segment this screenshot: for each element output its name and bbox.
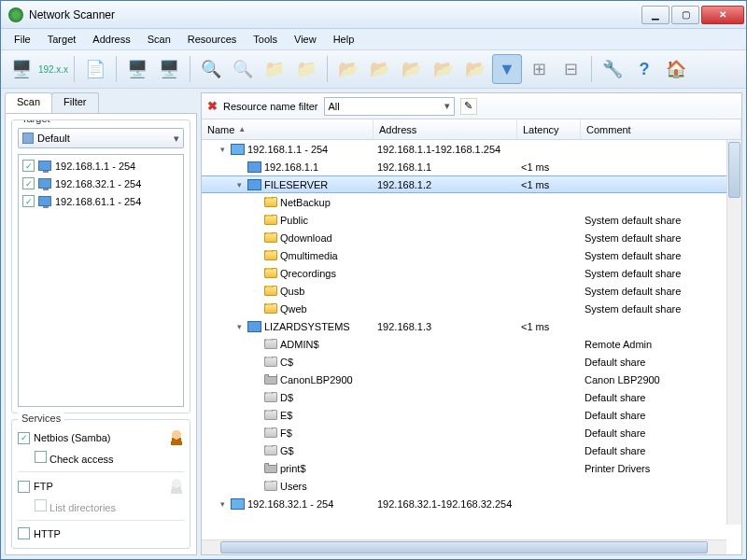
col-latency[interactable]: Latency xyxy=(517,119,581,139)
checkbox-icon[interactable] xyxy=(35,499,47,511)
expand-toggle[interactable]: ▾ xyxy=(218,499,228,509)
close-button[interactable] xyxy=(701,6,744,24)
folder-hidden-icon xyxy=(264,410,277,420)
checkbox-icon[interactable] xyxy=(18,481,30,493)
folder-arrow-icon: 📂 xyxy=(338,59,359,79)
clear-filter-button[interactable]: ✖ xyxy=(207,99,218,113)
table-row[interactable]: 192.168.1.1192.168.1.1<1 ms xyxy=(202,158,726,175)
table-row[interactable]: CanonLBP2900Canon LBP2900 xyxy=(202,371,726,388)
tab-scan[interactable]: Scan xyxy=(5,92,52,113)
minimize-button[interactable] xyxy=(641,6,669,24)
table-row[interactable]: ▾192.168.32.1 - 254192.168.32.1-192.168.… xyxy=(202,495,726,512)
row-address: 192.168.1.1 xyxy=(374,161,517,173)
table-row[interactable]: QusbSystem default share xyxy=(202,282,726,300)
expand-toggle[interactable]: ▾ xyxy=(218,145,228,154)
service-http-label: HTTP xyxy=(34,528,61,539)
target-item[interactable]: 192.168.32.1 - 254 xyxy=(21,175,181,192)
scrollbar-vertical[interactable] xyxy=(726,140,741,525)
filter-select[interactable]: All xyxy=(324,97,455,116)
tb-import[interactable]: 📄 xyxy=(80,54,110,84)
table-row[interactable]: F$Default share xyxy=(202,424,726,441)
table-row[interactable]: ADMIN$Remote Admin xyxy=(202,335,726,353)
menu-address[interactable]: Address xyxy=(85,31,137,48)
service-ftp-label: FTP xyxy=(34,481,165,492)
tb-filter[interactable]: ▼ xyxy=(492,54,522,84)
table-row[interactable]: QdownloadSystem default share xyxy=(202,229,726,246)
folder-icon xyxy=(264,250,277,260)
app-icon xyxy=(8,7,23,22)
row-name: D$ xyxy=(280,392,293,403)
tab-filter[interactable]: Filter xyxy=(51,92,98,113)
table-row[interactable]: QmultimediaSystem default share xyxy=(202,246,726,264)
tb-add-host[interactable]: 🖥️ xyxy=(122,54,152,84)
menu-scan[interactable]: Scan xyxy=(140,31,178,48)
table-header: Name▲ Address Latency Comment xyxy=(202,119,741,140)
menu-tools[interactable]: Tools xyxy=(246,31,285,48)
tb-settings[interactable]: 🔧 xyxy=(598,54,627,84)
table-row[interactable]: D$Default share xyxy=(202,388,726,406)
monitor-icon xyxy=(38,178,51,189)
table-row[interactable]: NetBackup xyxy=(202,193,726,211)
tb-help[interactable]: ? xyxy=(629,54,659,84)
separator xyxy=(18,520,184,521)
target-item[interactable]: 192.168.61.1 - 254 xyxy=(21,192,181,210)
scrollbar-thumb[interactable] xyxy=(220,541,708,553)
tree-body[interactable]: ▾192.168.1.1 - 254192.168.1.1-192.168.1.… xyxy=(202,140,741,539)
table-row[interactable]: Users xyxy=(202,477,726,495)
scrollbar-horizontal[interactable] xyxy=(202,539,726,554)
scrollbar-thumb[interactable] xyxy=(728,142,740,198)
row-name: FILESERVER xyxy=(264,179,328,190)
tb-res-2: 📂 xyxy=(365,54,395,84)
table-row[interactable]: PublicSystem default share xyxy=(202,211,726,229)
table-row[interactable]: C$Default share xyxy=(202,353,726,371)
table-row[interactable]: QwebSystem default share xyxy=(202,300,726,317)
row-name: Qweb xyxy=(280,303,307,315)
target-select[interactable]: Default xyxy=(18,128,184,148)
tb-new-target[interactable]: 🖥️ xyxy=(7,54,36,84)
menu-help[interactable]: Help xyxy=(326,31,362,48)
hosts-plus-icon: 🖥️ xyxy=(127,59,148,79)
row-comment: System default share xyxy=(581,303,726,315)
plus-monitor-icon: 🖥️ xyxy=(11,59,32,79)
row-name: C$ xyxy=(280,357,293,368)
expand-toggle[interactable]: ▾ xyxy=(234,180,245,189)
menu-resources[interactable]: Resources xyxy=(180,31,245,48)
filter-bar-label: Resource name filter xyxy=(223,101,318,112)
folder-hidden-icon xyxy=(264,339,277,349)
col-name[interactable]: Name▲ xyxy=(202,119,374,139)
checkbox-icon[interactable] xyxy=(18,432,30,444)
row-name: Qrecordings xyxy=(280,268,336,279)
maximize-button[interactable] xyxy=(671,6,699,24)
table-row[interactable]: ▾LIZARDSYSTEMS192.168.1.3<1 ms xyxy=(202,317,726,335)
table-row[interactable]: ▾192.168.1.1 - 254192.168.1.1-192.168.1.… xyxy=(202,140,726,158)
table-row[interactable]: E$Default share xyxy=(202,406,726,424)
table-row[interactable]: QrecordingsSystem default share xyxy=(202,264,726,282)
tb-add-range[interactable]: 192.x.x xyxy=(38,54,68,84)
row-comment: System default share xyxy=(581,215,726,226)
person-icon xyxy=(169,430,184,445)
folder-arrow-icon: 📂 xyxy=(370,59,390,79)
table-row[interactable]: ▾FILESERVER192.168.1.2<1 ms xyxy=(202,175,726,193)
checkbox-icon[interactable] xyxy=(18,527,30,539)
menu-target[interactable]: Target xyxy=(40,31,84,48)
monitor-icon xyxy=(231,144,245,155)
edit-filter-button[interactable]: ✎ xyxy=(460,98,477,115)
titlebar: Network Scanner xyxy=(1,1,746,29)
checkbox-icon[interactable] xyxy=(35,451,47,463)
checkbox-icon[interactable] xyxy=(22,177,35,189)
menu-file[interactable]: File xyxy=(7,31,38,48)
col-comment[interactable]: Comment xyxy=(581,119,741,139)
services-group-label: Services xyxy=(18,413,64,424)
menu-view[interactable]: View xyxy=(287,31,324,48)
checkbox-icon[interactable] xyxy=(22,195,35,207)
expand-toggle[interactable]: ▾ xyxy=(234,322,245,331)
tb-scan-start[interactable]: 🔍 xyxy=(196,54,226,84)
table-row[interactable]: print$Printer Drivers xyxy=(202,459,726,477)
target-item[interactable]: 192.168.1.1 - 254 xyxy=(21,157,181,175)
checkbox-icon[interactable] xyxy=(22,160,35,172)
table-row[interactable]: G$Default share xyxy=(202,441,726,459)
tb-home[interactable]: 🏠 xyxy=(661,54,691,84)
tb-remove-host[interactable]: 🖥️ xyxy=(154,54,184,84)
col-address[interactable]: Address xyxy=(374,119,517,139)
filter-bar: ✖ Resource name filter All ✎ xyxy=(202,93,741,119)
